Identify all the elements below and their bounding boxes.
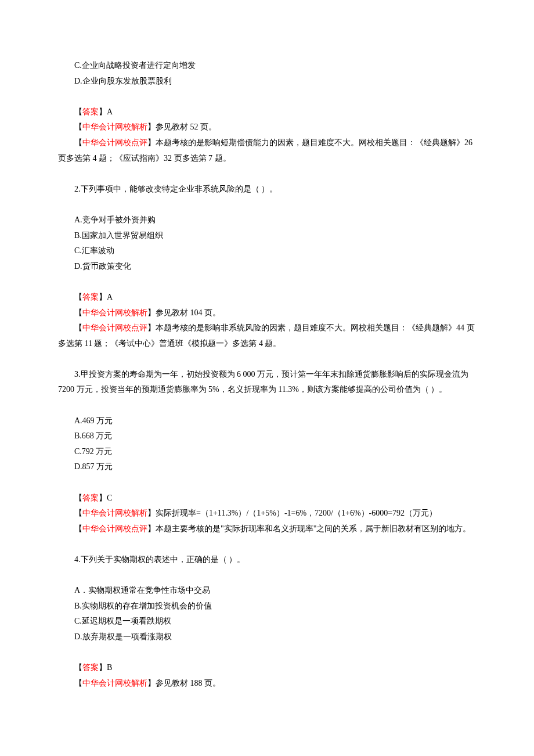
option-a: A.469 万元 bbox=[58, 413, 476, 429]
option-c: C.延迟期权是一项看跌期权 bbox=[58, 614, 476, 629]
bracket: 【 bbox=[74, 679, 82, 687]
bracket: 】 bbox=[147, 509, 156, 517]
bracket: 【 bbox=[74, 323, 82, 332]
bracket: 【 bbox=[74, 107, 82, 116]
bracket: 【 bbox=[74, 123, 82, 131]
bracket: 】 bbox=[147, 123, 156, 131]
bracket: 】 bbox=[99, 663, 107, 672]
explain-line: 【中华会计网校解析】参见教材 104 页。 bbox=[58, 305, 476, 321]
answer-line: 【答案】C bbox=[58, 491, 476, 506]
option-d: D.857 万元 bbox=[58, 459, 476, 475]
option-a: A.竞争对手被外资并购 bbox=[58, 213, 476, 228]
bracket: 【 bbox=[74, 524, 82, 533]
bracket: 【 bbox=[74, 138, 82, 147]
explain-text: 参见教材 104 页。 bbox=[156, 308, 221, 317]
answer-value: A bbox=[107, 107, 113, 116]
answer-line: 【答案】B bbox=[58, 660, 476, 676]
answer-label-text: 答案 bbox=[82, 293, 99, 301]
bracket: 【 bbox=[74, 494, 82, 502]
explain-label-text: 中华会计网校解析 bbox=[82, 308, 147, 317]
comment-line: 【中华会计网校点评】本题考核的是影响短期偿债能力的因素，题目难度不大。网校相关题… bbox=[58, 135, 476, 166]
bracket: 】 bbox=[147, 138, 156, 147]
bracket: 】 bbox=[147, 323, 156, 332]
comment-label: 【中华会计网校点评】 bbox=[74, 138, 156, 147]
comment-label-text: 中华会计网校点评 bbox=[82, 138, 147, 147]
explain-label: 【中华会计网校解析】 bbox=[74, 509, 156, 517]
bracket: 【 bbox=[74, 509, 82, 517]
comment-label: 【中华会计网校点评】 bbox=[74, 524, 156, 533]
spacer bbox=[58, 89, 476, 105]
explain-label-text: 中华会计网校解析 bbox=[82, 123, 147, 131]
comment-label: 【中华会计网校点评】 bbox=[74, 323, 156, 332]
spacer bbox=[58, 351, 476, 367]
answer-line: 【答案】A bbox=[58, 105, 476, 120]
explain-text: 参见教材 52 页。 bbox=[156, 123, 217, 131]
explain-line: 【中华会计网校解析】实际折现率=（1+11.3%）/（1+5%）-1=6%，72… bbox=[58, 506, 476, 521]
option-d: D.放弃期权是一项看涨期权 bbox=[58, 629, 476, 645]
spacer bbox=[58, 197, 476, 213]
option-c: C.792 万元 bbox=[58, 444, 476, 460]
question-stem: 4.下列关于实物期权的表述中，正确的是（ ）。 bbox=[58, 552, 476, 568]
comment-text: 本题主要考核的是"实际折现率和名义折现率"之间的关系，属于新旧教材有区别的地方。 bbox=[156, 524, 471, 533]
comment-line: 【中华会计网校点评】本题考核的是影响非系统风险的因素，题目难度不大。网校相关题目… bbox=[58, 321, 476, 351]
comment-label-text: 中华会计网校点评 bbox=[82, 323, 147, 332]
bracket: 【 bbox=[74, 308, 82, 317]
explain-label-text: 中华会计网校解析 bbox=[82, 679, 147, 687]
answer-label: 【答案】 bbox=[74, 494, 107, 502]
option-a: A．实物期权通常在竞争性市场中交易 bbox=[58, 583, 476, 599]
answer-label: 【答案】 bbox=[74, 663, 107, 672]
bracket: 】 bbox=[99, 107, 107, 116]
spacer bbox=[58, 274, 476, 290]
spacer bbox=[58, 166, 476, 182]
bracket: 】 bbox=[147, 524, 156, 533]
option-c: C.企业向战略投资者进行定向增发 bbox=[58, 58, 476, 74]
option-b: B.国家加入世界贸易组织 bbox=[58, 228, 476, 244]
option-d: D.货币政策变化 bbox=[58, 259, 476, 275]
comment-line: 【中华会计网校点评】本题主要考核的是"实际折现率和名义折现率"之间的关系，属于新… bbox=[58, 521, 476, 537]
spacer bbox=[58, 475, 476, 491]
explain-text: 实际折现率=（1+11.3%）/（1+5%）-1=6%，7200/（1+6%）-… bbox=[156, 509, 437, 517]
spacer bbox=[58, 398, 476, 413]
answer-label-text: 答案 bbox=[82, 663, 99, 672]
comment-label-text: 中华会计网校点评 bbox=[82, 524, 147, 533]
explain-text: 参见教材 188 页。 bbox=[156, 679, 221, 687]
spacer bbox=[58, 568, 476, 584]
bracket: 】 bbox=[147, 308, 156, 317]
answer-value: C bbox=[107, 494, 112, 502]
bracket: 】 bbox=[99, 494, 107, 502]
answer-value: A bbox=[107, 293, 113, 301]
explain-line: 【中华会计网校解析】参见教材 52 页。 bbox=[58, 120, 476, 135]
answer-label-text: 答案 bbox=[82, 494, 99, 502]
option-c: C.汇率波动 bbox=[58, 243, 476, 259]
explain-label: 【中华会计网校解析】 bbox=[74, 123, 156, 131]
answer-label: 【答案】 bbox=[74, 107, 107, 116]
bracket: 】 bbox=[147, 679, 156, 687]
bracket: 【 bbox=[74, 293, 82, 301]
option-b: B.实物期权的存在增加投资机会的价值 bbox=[58, 599, 476, 614]
answer-line: 【答案】A bbox=[58, 290, 476, 305]
spacer bbox=[58, 645, 476, 661]
explain-label-text: 中华会计网校解析 bbox=[82, 509, 147, 517]
bracket: 】 bbox=[99, 293, 107, 301]
answer-value: B bbox=[107, 663, 112, 672]
explain-line: 【中华会计网校解析】参见教材 188 页。 bbox=[58, 676, 476, 692]
answer-label: 【答案】 bbox=[74, 293, 107, 301]
explain-label: 【中华会计网校解析】 bbox=[74, 308, 156, 317]
explain-label: 【中华会计网校解析】 bbox=[74, 679, 156, 687]
option-d: D.企业向股东发放股票股利 bbox=[58, 74, 476, 89]
question-stem: 2.下列事项中，能够改变特定企业非系统风险的是（ ）。 bbox=[58, 182, 476, 197]
answer-label-text: 答案 bbox=[82, 107, 99, 116]
option-b: B.668 万元 bbox=[58, 429, 476, 444]
question-stem: 3.甲投资方案的寿命期为一年，初始投资额为 6 000 万元，预计第一年年末扣除… bbox=[58, 367, 476, 398]
bracket: 【 bbox=[74, 663, 82, 672]
spacer bbox=[58, 537, 476, 552]
